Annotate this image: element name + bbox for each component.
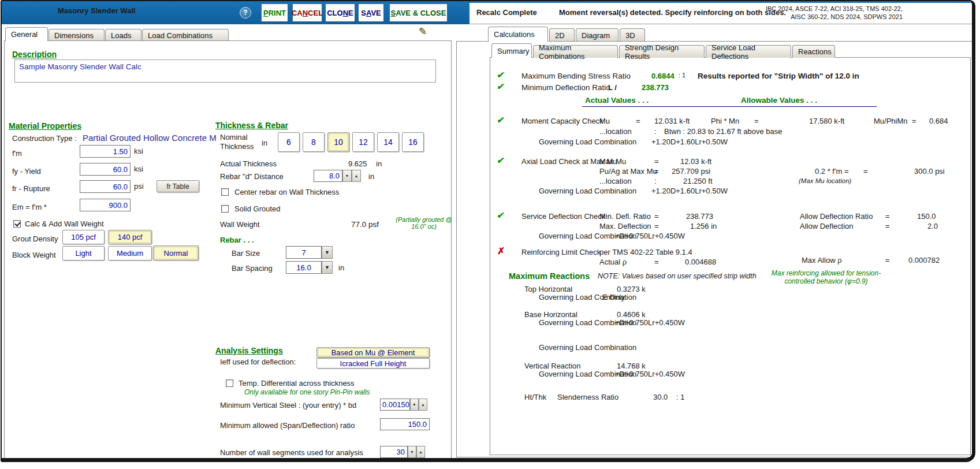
rebar-d-spin-up-icon[interactable]: ▲ — [352, 170, 361, 182]
fr-table-button[interactable]: fr Table — [156, 180, 199, 192]
tab-2d[interactable]: 2D — [549, 28, 575, 42]
bar-spacing-label: Bar Spacing — [232, 264, 273, 273]
rebar-d-input[interactable]: 8.0 — [314, 170, 342, 182]
thickness-6-button[interactable]: 6 — [278, 132, 300, 152]
block-light-button[interactable]: Light — [62, 246, 105, 260]
thickness-14-button[interactable]: 14 — [377, 132, 399, 152]
service-allowratio-label: Allow Deflection Ratio — [800, 212, 873, 221]
thickness-16-button[interactable]: 16 — [402, 132, 424, 152]
subtab-summary[interactable]: Summary — [491, 43, 532, 58]
fy-input[interactable]: 60.0 — [80, 163, 131, 176]
htthk-label: Ht/Thk — [524, 393, 546, 401]
moment-location-value: Btwn : 20.83 to 21.67 ft above base — [664, 127, 782, 136]
subtab-service-load-deflections[interactable]: Service Load Deflections — [706, 45, 791, 58]
temp-differential-checkbox[interactable] — [226, 379, 233, 387]
actual-values-header: Actual Values . . . — [585, 96, 649, 105]
subtab-reactions[interactable]: Reactions — [792, 45, 835, 58]
bar-size-select[interactable]: 7 — [286, 246, 322, 259]
fm-input[interactable]: 1.50 — [80, 145, 131, 158]
tab-diagram[interactable]: Diagram — [576, 28, 618, 42]
vertical-governing-value: +D+0.750Lr+0.450W — [615, 370, 685, 378]
moment-ratio-label: Mu/PhiMn — [874, 117, 908, 125]
wall-weight-label: Wall Weight — [220, 220, 260, 229]
save-close-button[interactable]: SAVE & CLOSE — [389, 3, 448, 22]
block-normal-button[interactable]: Normal — [153, 245, 199, 260]
help-icon[interactable]: ? — [240, 7, 251, 18]
edit-pencil-icon[interactable]: ✎ — [419, 25, 427, 38]
top-governing-value: E Only — [602, 293, 625, 302]
ieff-icracked-button[interactable]: Icracked Full Height — [316, 358, 430, 368]
thickness-8-button[interactable]: 8 — [303, 132, 325, 152]
center-rebar-checkbox[interactable] — [221, 188, 229, 196]
solid-grouted-label: Solid Grouted — [234, 204, 281, 213]
thickness-12-button[interactable]: 12 — [352, 132, 374, 152]
slenderness-value: 30.0 — [653, 393, 668, 401]
rebar-d-unit: in — [368, 172, 374, 181]
actual-thickness-value: 9.625 — [348, 159, 367, 168]
print-label: PRINT — [263, 9, 286, 17]
bar-size-label: Bar Size — [232, 249, 260, 258]
construction-type-value[interactable]: Partial Grouted Hollow Concrete M — [83, 133, 217, 143]
min-steel-spin-down-icon[interactable]: ▼ — [410, 399, 419, 411]
tab-calculations[interactable]: Calculations — [488, 27, 548, 42]
save-button[interactable]: SAVE — [358, 3, 384, 22]
tab-general[interactable]: General — [5, 27, 48, 41]
fr-unit: psi — [134, 182, 144, 191]
service-minratio-value: 238.773 — [686, 212, 713, 221]
code-references-line2: AISC 360-22, NDS 2024, SDPWS 2021 — [683, 13, 903, 20]
segments-spin-up-icon[interactable]: ▲ — [416, 446, 425, 458]
fm-unit: ksi — [134, 147, 143, 155]
deflection-l-label: L / — [608, 83, 617, 92]
segments-spin-down-icon[interactable]: ▼ — [408, 446, 416, 458]
calc-wall-weight-checkbox[interactable] — [13, 220, 21, 228]
min-vertical-steel-input[interactable]: 0.00150 — [380, 399, 410, 411]
min-span-deflection-input[interactable]: 150.0 — [380, 418, 430, 430]
save-label: SAVE — [361, 9, 381, 17]
em-input[interactable]: 900.0 — [80, 199, 131, 211]
cancel-button[interactable]: CANCEL — [292, 3, 322, 22]
wall-weight-note: (Partially grouted @ 16.0" oc) — [395, 216, 453, 230]
wall-segments-label: Number of wall segments used for analysi… — [220, 448, 363, 457]
moment-governing-label: Governing Load Combination — [539, 137, 636, 146]
block-medium-button[interactable]: Medium — [108, 246, 152, 260]
fy-unit: ksi — [134, 165, 143, 173]
temp-differential-note: Only available for one story Pin-Pin wal… — [244, 388, 418, 396]
max-allow-rho-label: Max Allow ρ — [802, 256, 842, 265]
base-horizontal-label: Base Horizontal — [524, 310, 577, 319]
tab-load-combinations[interactable]: Load Combinations — [142, 29, 229, 41]
tab-3d[interactable]: 3D — [620, 28, 645, 42]
grout-140-button[interactable]: 140 pcf — [108, 230, 152, 244]
moment-location-colon: : — [654, 127, 657, 136]
rebar-d-spin-down-icon[interactable]: ▼ — [342, 170, 352, 182]
tab-loads[interactable]: Loads — [105, 29, 141, 41]
solid-grouted-checkbox[interactable] — [221, 205, 229, 213]
grout-105-button[interactable]: 105 pcf — [62, 230, 105, 244]
moment-phimn-value: 17.580 k-ft — [809, 117, 844, 125]
thickness-10-button[interactable]: 10 — [327, 132, 349, 152]
wall-weight-value: 77.0 psf — [351, 220, 379, 229]
wall-segments-input[interactable]: 30 — [380, 446, 408, 458]
vertical-reaction-value: 14.768 k — [617, 362, 646, 370]
subtab-maximum-combinations[interactable]: Maximum Combinations — [533, 45, 618, 58]
bar-spacing-dropdown-icon[interactable]: ▼ — [322, 261, 333, 274]
subtab-strength-design-results[interactable]: Strength Design Results — [619, 45, 705, 58]
base-horizontal-value: 0.4606 k — [617, 310, 646, 319]
print-button[interactable]: PRINT — [261, 3, 288, 22]
description-input[interactable]: Sample Masonry Slender Wall Calc — [14, 59, 436, 83]
bending-ratio-label: Maximum Bending Stress Ratio — [521, 72, 631, 80]
actual-rho-value: 0.004688 — [685, 258, 716, 266]
fr-input[interactable]: 60.0 — [80, 180, 131, 193]
clone-button[interactable]: CLONE — [325, 3, 355, 22]
ieff-mu-element-button[interactable]: Based on Mu @ Element — [316, 347, 430, 358]
bar-size-dropdown-icon[interactable]: ▼ — [322, 246, 333, 259]
tab-dimensions[interactable]: Dimensions — [49, 29, 105, 41]
service-allowdefl-label: Allow Deflection — [800, 222, 854, 230]
axial-governing-label: Governing Load Combination — [539, 187, 636, 195]
moment-eq3: = — [912, 117, 916, 125]
bar-spacing-select[interactable]: 16.0 — [286, 261, 322, 274]
min-vertical-steel-label: Minimum Vertical Steel : (your entry) * … — [220, 401, 356, 410]
min-steel-spin-up-icon[interactable]: ▲ — [419, 399, 427, 411]
axial-location-value: 21.250 ft — [683, 177, 713, 185]
service-allowratio-value: 150.0 — [917, 212, 936, 221]
base-governing-value: +D+0.750Lr+0.450W — [615, 318, 685, 327]
